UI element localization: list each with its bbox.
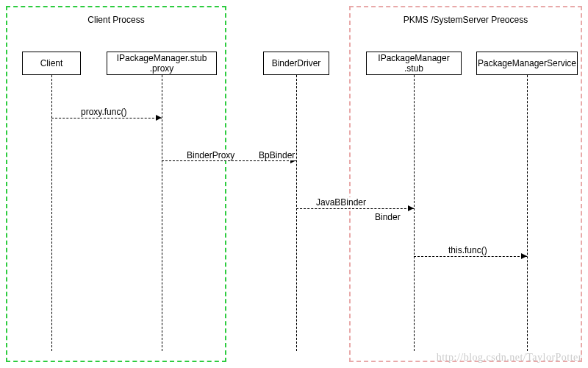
lifeline-stub — [414, 75, 415, 351]
msg-this-func — [414, 256, 527, 257]
lifeline-client — [51, 75, 52, 351]
lifeline-pms — [527, 75, 528, 351]
watermark-text: http://blog.csdn.net/TaylorPotter — [437, 352, 582, 364]
label-binder-proxy-right: BpBinder — [257, 150, 296, 160]
server-process-title: PKMS /SystemServer Preocess — [404, 15, 528, 25]
label-binder-proxy-left: BinderProxy — [185, 150, 236, 160]
actor-binder-driver: BinderDriver — [263, 52, 329, 75]
msg-proxy-func — [51, 118, 162, 118]
msg-java-bbinder — [296, 208, 414, 209]
label-this-func: this.func() — [447, 245, 489, 255]
label-java-bbinder-left: JavaBBinder — [315, 197, 368, 208]
label-java-bbinder-right: Binder — [373, 212, 402, 222]
label-proxy-func: proxy.func() — [79, 107, 128, 117]
lifeline-proxy — [162, 75, 162, 351]
actor-stub: IPackageManager .stub — [366, 52, 462, 75]
actor-pms: PackageManagerService — [476, 52, 578, 75]
arrow-icon — [156, 115, 162, 121]
client-process-title: Client Process — [87, 15, 144, 25]
arrow-icon — [521, 253, 527, 259]
arrow-icon — [408, 205, 414, 211]
msg-binder-proxy — [162, 160, 296, 161]
actor-proxy: IPackageManager.stub .proxy — [107, 52, 217, 75]
lifeline-binder-driver — [296, 75, 297, 351]
actor-client: Client — [22, 52, 81, 75]
